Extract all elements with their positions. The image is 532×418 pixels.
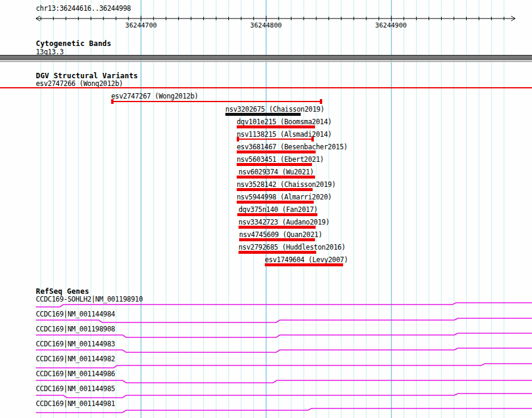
gene-label[interactable]: CCDC169|NM_001144986 bbox=[36, 370, 115, 377]
gene-model-line[interactable] bbox=[36, 348, 532, 352]
gene-model-line[interactable] bbox=[36, 408, 532, 413]
gene-label[interactable]: CCDC169|NM_001144984 bbox=[36, 311, 115, 318]
gene-label[interactable]: CCDC169|NM_001198908 bbox=[36, 325, 115, 333]
gene-label[interactable]: CCDC169|NM_001144982 bbox=[36, 355, 115, 362]
gene-model-line[interactable] bbox=[36, 318, 532, 322]
gene-model-line[interactable] bbox=[36, 364, 532, 368]
gene-label[interactable]: CCDC169|NM_001144985 bbox=[36, 385, 115, 392]
gene-model-line[interactable] bbox=[36, 394, 532, 398]
gene-label[interactable]: CCDC169|NM_001144983 bbox=[36, 340, 115, 348]
gene-model-line[interactable] bbox=[36, 333, 532, 337]
gene-label[interactable]: CCDC169|NM_001144981 bbox=[36, 400, 115, 407]
gene-model-line[interactable] bbox=[36, 303, 532, 307]
gene-model-line[interactable] bbox=[36, 380, 532, 383]
genome-browser-view: chr13:36244616..36244998 362447003624480… bbox=[0, 0, 532, 418]
gene-label[interactable]: CCDC169-SOHLH2|NM_001198910 bbox=[36, 296, 143, 303]
